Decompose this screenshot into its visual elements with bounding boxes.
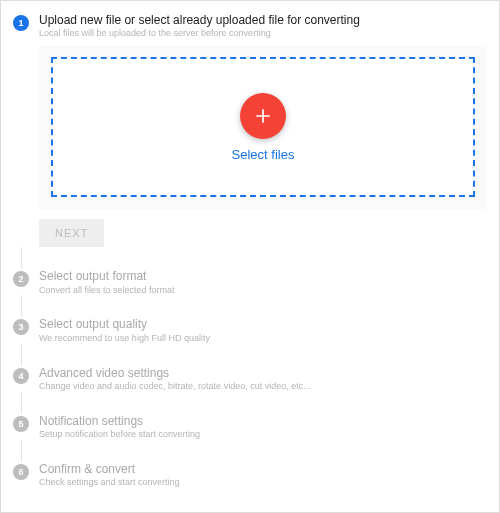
step-badge-1: 1: [13, 15, 29, 31]
connector-2-3: [21, 295, 22, 317]
step-2-title: Select output format: [39, 269, 487, 283]
connector-5-6: [21, 440, 22, 462]
step-badge-4: 4: [13, 368, 29, 384]
step-6-title: Confirm & convert: [39, 462, 487, 476]
step-5-content: Notification settings Setup notification…: [39, 414, 487, 440]
step-1: 1 Upload new file or select already uplo…: [13, 13, 487, 39]
step-5: 5 Notification settings Setup notificati…: [13, 414, 487, 440]
step-4-title: Advanced video settings: [39, 366, 487, 380]
step-3-content: Select output quality We recommend to us…: [39, 317, 487, 343]
step-5-title: Notification settings: [39, 414, 487, 428]
step-2-content: Select output format Convert all files t…: [39, 269, 487, 295]
step-4-content: Advanced video settings Change video and…: [39, 366, 487, 392]
step-6: 6 Confirm & convert Check settings and s…: [13, 462, 487, 488]
step-badge-6: 6: [13, 464, 29, 480]
file-dropzone[interactable]: Select files: [51, 57, 475, 197]
select-files-link[interactable]: Select files: [232, 147, 295, 162]
step-3: 3 Select output quality We recommend to …: [13, 317, 487, 343]
step-3-desc: We recommend to use high Full HD quality: [39, 333, 487, 344]
step-1-desc: Local files will be uploaded to the serv…: [39, 28, 487, 39]
plus-icon: [253, 106, 273, 126]
step-5-desc: Setup notification before start converti…: [39, 429, 487, 440]
connector-4-5: [21, 392, 22, 414]
connector-3-4: [21, 344, 22, 366]
step-badge-2: 2: [13, 271, 29, 287]
step-6-desc: Check settings and start converting: [39, 477, 487, 488]
step-badge-5: 5: [13, 416, 29, 432]
next-button[interactable]: NEXT: [39, 219, 104, 247]
step-3-title: Select output quality: [39, 317, 487, 331]
connector-1-2: [21, 247, 22, 269]
step-2: 2 Select output format Convert all files…: [13, 269, 487, 295]
step-6-content: Confirm & convert Check settings and sta…: [39, 462, 487, 488]
step-1-title: Upload new file or select already upload…: [39, 13, 487, 27]
add-file-button[interactable]: [240, 93, 286, 139]
step-4: 4 Advanced video settings Change video a…: [13, 366, 487, 392]
step-1-content: Upload new file or select already upload…: [39, 13, 487, 39]
upload-panel: Select files: [39, 45, 487, 209]
step-4-desc: Change video and audio codec, bitrate, r…: [39, 381, 487, 392]
step-2-desc: Convert all files to selected format: [39, 285, 487, 296]
step-badge-3: 3: [13, 319, 29, 335]
